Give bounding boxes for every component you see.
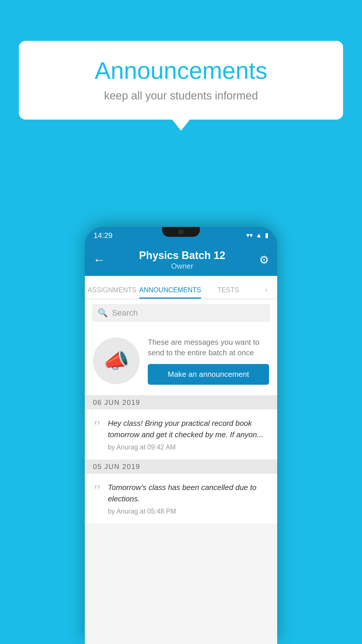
announcement-message-2: Tomorrow's class has been cancelled due … bbox=[108, 482, 269, 505]
announcement-text-1: Hey class! Bring your practical record b… bbox=[108, 418, 269, 451]
search-bar[interactable]: 🔍 Search bbox=[92, 304, 270, 322]
bubble-title: Announcements bbox=[36, 57, 326, 84]
announcement-icon-circle: 📣 bbox=[93, 337, 140, 384]
wifi-icon: ▾▾ bbox=[246, 232, 253, 239]
speech-bubble-section: Announcements keep all your students inf… bbox=[19, 41, 343, 120]
announcement-right: These are messages you want to send to t… bbox=[148, 337, 269, 385]
quote-icon-2: " bbox=[93, 483, 101, 498]
megaphone-icon: 📣 bbox=[103, 348, 129, 373]
announcement-meta-2: by Anurag at 05:48 PM bbox=[108, 508, 269, 515]
tab-assignments[interactable]: ASSIGNMENTS bbox=[85, 286, 139, 299]
battery-icon: ▮ bbox=[265, 232, 268, 239]
status-bar: 14:29 ▾▾ ▲ ▮ bbox=[85, 227, 277, 244]
announcement-item-2: " Tomorrow's class has been cancelled du… bbox=[85, 474, 277, 524]
announcement-item-1: " Hey class! Bring your practical record… bbox=[85, 410, 277, 460]
search-bar-container: 🔍 Search bbox=[85, 299, 277, 326]
speech-bubble: Announcements keep all your students inf… bbox=[19, 41, 343, 120]
phone-frame: 14:29 ▾▾ ▲ ▮ ← Physics Batch 12 Owner ⚙ … bbox=[85, 227, 277, 644]
tab-announcements[interactable]: ANNOUNCEMENTS bbox=[139, 286, 201, 299]
tab-bar: ASSIGNMENTS ANNOUNCEMENTS TESTS › bbox=[85, 276, 277, 299]
announcement-meta-1: by Anurag at 09:42 AM bbox=[108, 443, 269, 451]
announcement-description: These are messages you want to send to t… bbox=[148, 337, 269, 358]
phone-content: 🔍 Search 📣 These are messages you want t… bbox=[85, 299, 277, 644]
back-button[interactable]: ← bbox=[93, 253, 105, 267]
signal-icon: ▲ bbox=[256, 232, 262, 239]
search-input[interactable]: Search bbox=[112, 308, 138, 318]
announcement-message-1: Hey class! Bring your practical record b… bbox=[108, 418, 269, 440]
settings-icon[interactable]: ⚙ bbox=[259, 253, 269, 266]
tab-more[interactable]: › bbox=[255, 286, 277, 299]
app-bar-subtitle: Owner bbox=[105, 262, 259, 271]
status-time: 14:29 bbox=[94, 231, 113, 240]
app-bar-center: Physics Batch 12 Owner bbox=[105, 249, 259, 271]
date-separator-2: 05 JUN 2019 bbox=[85, 460, 277, 474]
status-icons: ▾▾ ▲ ▮ bbox=[246, 232, 268, 239]
front-camera bbox=[178, 229, 184, 235]
search-icon: 🔍 bbox=[98, 308, 108, 318]
announcement-text-2: Tomorrow's class has been cancelled due … bbox=[108, 482, 269, 515]
announcement-prompt: 📣 These are messages you want to send to… bbox=[85, 326, 277, 396]
app-bar: ← Physics Batch 12 Owner ⚙ bbox=[85, 244, 277, 276]
tab-tests[interactable]: TESTS bbox=[201, 286, 256, 299]
bubble-subtitle: keep all your students informed bbox=[36, 90, 326, 102]
app-bar-title: Physics Batch 12 bbox=[105, 249, 259, 262]
notch bbox=[162, 227, 200, 237]
make-announcement-button[interactable]: Make an announcement bbox=[148, 364, 269, 385]
quote-icon-1: " bbox=[93, 419, 101, 434]
date-separator-1: 06 JUN 2019 bbox=[85, 396, 277, 410]
